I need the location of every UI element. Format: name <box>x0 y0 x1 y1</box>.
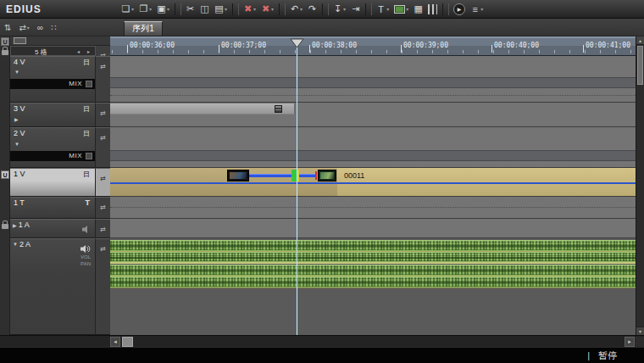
dropdown-arrow-icon[interactable]: ▾ <box>300 6 303 12</box>
timeline-zoom-control[interactable]: 5 格 ◂ ▸ <box>10 46 96 56</box>
create-title-button[interactable]: T▾ <box>374 1 391 18</box>
mix-toggle-box[interactable] <box>86 153 92 159</box>
track-header-main[interactable]: ▼ 2 A VOL PAN <box>10 238 96 335</box>
track-height-button[interactable]: ⇅ <box>4 21 11 34</box>
mix-row[interactable]: MIX <box>10 151 95 161</box>
save-project-button[interactable]: ▣▾ <box>154 1 172 18</box>
grid-button[interactable]: ▦ <box>411 1 425 18</box>
timeline-options-icon[interactable] <box>14 37 26 44</box>
mix-strip[interactable] <box>110 150 644 161</box>
speaker-muted-icon[interactable] <box>82 221 92 237</box>
track-header-2v[interactable]: 2 V 日 ▼ MIX ⇄ <box>10 127 110 168</box>
track-4v-timeline[interactable] <box>110 56 644 103</box>
edit-mode-button[interactable]: ⇄▾ <box>19 21 29 34</box>
video-part-icon[interactable]: 日 <box>83 170 90 179</box>
play-button[interactable]: ▶ <box>451 1 468 18</box>
track-header-main[interactable]: ▶ 1 A <box>10 219 96 238</box>
pan-label[interactable]: PAN <box>80 260 91 267</box>
expander-icon[interactable]: ▼ <box>13 242 18 247</box>
track-link-toggle[interactable]: ⇄ <box>96 238 110 335</box>
playhead-line[interactable] <box>297 42 297 335</box>
clip-effect-icon[interactable] <box>275 105 282 113</box>
paste-button[interactable]: ▤▾ <box>212 1 230 18</box>
expander-icon[interactable]: ▶ <box>13 222 17 228</box>
horizontal-scrollbar[interactable]: ◂ ▸ <box>0 335 644 347</box>
audio-waveform-clip[interactable] <box>110 240 644 288</box>
horizontal-scroll-thumb[interactable] <box>122 337 133 347</box>
track-link-toggle[interactable]: ⇄ <box>96 168 110 197</box>
dropdown-arrow-icon[interactable]: ▾ <box>253 6 256 12</box>
ruler-link-toggle[interactable]: ⇄ <box>96 46 110 56</box>
track-link-toggle[interactable]: ⇄ <box>96 127 110 168</box>
scroll-right-arrow-icon[interactable]: ▸ <box>625 337 635 347</box>
mix-toggle-box[interactable] <box>86 81 92 87</box>
selected-track-indicator[interactable]: U <box>1 170 9 179</box>
dropdown-arrow-icon[interactable]: ▾ <box>27 25 30 31</box>
video-part-icon[interactable]: 日 <box>83 58 90 67</box>
playhead-marker[interactable] <box>290 36 304 52</box>
dropdown-arrow-icon[interactable]: ▾ <box>131 6 134 12</box>
video-layout-button[interactable]: ▾ <box>391 1 411 18</box>
track-header-main[interactable]: 2 V 日 ▼ MIX <box>10 127 96 168</box>
track-1v-timeline[interactable]: 00011 <box>110 168 644 197</box>
track-header-4v[interactable]: 4 V 日 ▼ MIX ⇄ <box>10 56 110 103</box>
track-header-1a[interactable]: ▶ 1 A ⇄ <box>10 219 110 238</box>
dropdown-arrow-icon[interactable]: ▾ <box>386 6 389 12</box>
dropdown-arrow-icon[interactable]: ▾ <box>343 6 346 12</box>
open-project-button[interactable]: ❐▾ <box>136 1 154 18</box>
vertical-scrollbar[interactable]: ▴ ▾ <box>636 36 644 335</box>
video-part-icon[interactable]: 日 <box>83 104 90 114</box>
mix-row[interactable]: MIX <box>10 79 95 89</box>
options-button[interactable]: ∷ <box>51 21 56 34</box>
scroll-down-arrow-icon[interactable]: ▾ <box>636 327 644 335</box>
dropdown-arrow-icon[interactable]: ▾ <box>480 6 483 12</box>
menu-button[interactable]: ≡▾ <box>468 1 486 18</box>
scroll-left-arrow-icon[interactable]: ◂ <box>110 337 120 347</box>
track-header-main[interactable]: 3 V 日 ▶ <box>10 103 96 127</box>
track-header-1t[interactable]: 1 T T ⇄ <box>10 197 110 219</box>
dropdown-arrow-icon[interactable]: ▾ <box>271 6 274 12</box>
track-2v-timeline[interactable] <box>110 127 644 168</box>
redo-button[interactable]: ↷ <box>305 1 319 18</box>
ripple-delete-button[interactable]: ✖▾ <box>258 1 276 18</box>
undo-button[interactable]: ↶▾ <box>287 1 305 18</box>
track-header-main[interactable]: 1 T T <box>10 197 96 219</box>
sequence-tab[interactable]: 序列1 <box>124 21 163 36</box>
timeline-ruler[interactable]: 00:00:36;00 00:00:37;00 00:00:38;00 00:0… <box>110 36 644 56</box>
video-part-icon[interactable]: 日 <box>83 129 90 138</box>
track-link-toggle[interactable]: ⇄ <box>96 197 110 219</box>
timeline-clip-1v[interactable] <box>227 170 337 182</box>
dropdown-arrow-icon[interactable]: ▾ <box>225 6 227 12</box>
track-header-3v[interactable]: 3 V 日 ▶ ⇄ <box>10 103 110 127</box>
track-2a-timeline[interactable] <box>110 238 644 335</box>
lock-icon[interactable] <box>2 50 8 55</box>
zoom-in-arrow-icon[interactable]: ▸ <box>87 48 90 54</box>
track-link-toggle[interactable]: ⇄ <box>96 103 110 127</box>
expander-icon[interactable]: ▼ <box>14 70 19 75</box>
audio-mixer-button[interactable] <box>425 1 440 18</box>
zoom-out-arrow-icon[interactable]: ◂ <box>77 48 80 54</box>
mix-strip[interactable] <box>110 77 644 88</box>
delete-button[interactable]: ✖▾ <box>241 1 258 18</box>
vol-label[interactable]: VOL <box>80 254 91 260</box>
track-link-toggle[interactable]: ⇄ <box>96 56 110 103</box>
track-header-main[interactable]: 1 V 日 <box>10 168 96 197</box>
dropdown-arrow-icon[interactable]: ▾ <box>406 6 408 12</box>
expander-icon[interactable]: ▶ <box>14 116 19 122</box>
expander-icon[interactable]: ▼ <box>14 142 19 147</box>
scroll-up-arrow-icon[interactable]: ▴ <box>636 36 644 45</box>
title-part-icon[interactable]: T <box>86 198 91 207</box>
mixer-rubber-band-line[interactable] <box>110 182 644 184</box>
sync-lock-button[interactable]: ∞ <box>37 21 43 34</box>
track-header-2a[interactable]: ▼ 2 A VOL PAN ⇄ <box>10 238 110 335</box>
timeline-clip-3v[interactable] <box>110 103 295 114</box>
new-sequence-button[interactable]: ❏▾ <box>119 1 136 18</box>
dropdown-arrow-icon[interactable]: ▾ <box>149 6 152 12</box>
dropdown-arrow-icon[interactable]: ▾ <box>167 6 169 12</box>
track-3v-timeline[interactable] <box>110 103 644 127</box>
track-1a-timeline[interactable] <box>110 219 644 238</box>
add-cut-point-button[interactable]: ↧▾ <box>330 1 348 18</box>
track-1t-timeline[interactable] <box>110 197 644 219</box>
trim-button[interactable]: ⇥ <box>348 1 363 18</box>
audio-lock-icon[interactable] <box>2 224 8 229</box>
